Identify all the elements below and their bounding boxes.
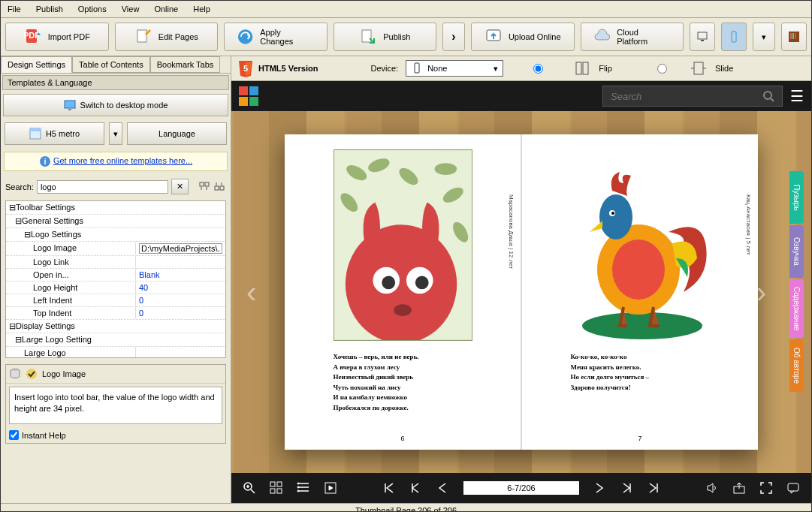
next-page-icon[interactable] — [593, 481, 606, 495]
device-select[interactable]: None ▾ — [406, 60, 503, 77]
tree-logo-settings[interactable]: ⊟Logo Settings — [6, 228, 225, 241]
slide-label: Slide — [715, 64, 733, 73]
clear-search-button[interactable]: ✕ — [171, 179, 189, 194]
settings-tree[interactable]: ⊟Toolbar Settings ⊟General Settings ⊟Log… — [5, 200, 226, 358]
menu-publish[interactable]: Publish — [33, 3, 66, 15]
svg-text:i: i — [44, 157, 46, 166]
left-page: Марасанова Даша | 12 лет Хочешь – верь, … — [285, 134, 521, 450]
tree-logo-image[interactable]: Logo Image — [6, 242, 135, 255]
right-page-caption: Кац Анастасия | 5 лет — [745, 194, 752, 255]
side-tab-2[interactable]: Содержание — [789, 279, 804, 338]
viewer-search[interactable] — [602, 86, 783, 107]
logo-image-input[interactable] — [139, 243, 222, 254]
expand-all-icon[interactable] — [199, 181, 211, 193]
mobile-view-button[interactable] — [721, 23, 747, 51]
publish-button[interactable]: Publish — [334, 23, 437, 51]
menu-file[interactable]: File — [5, 3, 24, 15]
fullscreen-icon[interactable] — [759, 481, 773, 495]
template-dropdown-button[interactable]: ▾ — [109, 122, 122, 145]
svg-rect-61 — [788, 483, 798, 491]
prev-page-icon[interactable] — [436, 481, 450, 495]
left-page-poem: Хочешь – верь, или не верь. А вчера в гл… — [334, 352, 472, 413]
upload-online-button[interactable]: Upload Online — [471, 23, 575, 51]
tree-logo-height[interactable]: Logo Height — [6, 282, 135, 294]
collapse-all-icon[interactable] — [214, 181, 226, 193]
search-input[interactable] — [37, 180, 168, 194]
help-body: Insert logo into tool bar, the value of … — [9, 387, 222, 424]
page-input[interactable] — [463, 481, 579, 495]
side-tab-1[interactable]: Озвучка — [789, 225, 804, 278]
svg-rect-11 — [792, 33, 794, 39]
slide-radio[interactable] — [657, 64, 667, 74]
svg-point-39 — [345, 224, 456, 341]
language-button[interactable]: Language — [127, 122, 227, 145]
preview-toolbar: 5 HTML5 Version Device: None ▾ Flip Slid… — [231, 56, 811, 81]
first-page-icon[interactable] — [382, 481, 396, 495]
zoom-icon[interactable] — [243, 481, 256, 495]
menu-options[interactable]: Options — [75, 3, 110, 15]
tree-general-settings[interactable]: ⊟General Settings — [6, 215, 225, 227]
tree-open-in[interactable]: Open in... — [6, 269, 135, 281]
thumbnails-icon[interactable] — [270, 481, 283, 495]
side-tabs: Пузырь Озвучка Содержание Об авторе — [789, 171, 804, 392]
comment-icon[interactable] — [786, 481, 800, 495]
pdf-icon: PDF — [24, 28, 42, 46]
templates-language-header: Templates & Language — [2, 75, 229, 90]
svg-rect-8 — [732, 32, 736, 42]
tree-display-settings[interactable]: ⊟Display Settings — [6, 320, 225, 333]
flip-radio[interactable] — [533, 64, 543, 74]
menu-bar: File Publish Options View Online Help — [1, 1, 811, 18]
left-indent-value[interactable]: 0 — [135, 294, 225, 306]
switch-desktop-button[interactable]: Switch to desktop mode — [3, 94, 228, 116]
menu-help[interactable]: Help — [190, 3, 213, 15]
autoplay-icon[interactable] — [324, 481, 337, 495]
hamburger-menu[interactable]: ☰ — [790, 87, 804, 105]
book-spread: Марасанова Даша | 12 лет Хочешь – верь, … — [285, 134, 758, 450]
tree-top-indent[interactable]: Top Indent — [6, 307, 135, 319]
tree-logo-link[interactable]: Logo Link — [6, 256, 135, 268]
tab-bookmark-tabs[interactable]: Bookmark Tabs — [150, 56, 221, 73]
cloud-platform-button[interactable]: Cloud Platform — [581, 23, 684, 51]
viewer-search-input[interactable] — [611, 91, 762, 102]
menu-view[interactable]: View — [119, 3, 143, 15]
prev-page-arrow[interactable]: ‹ — [246, 276, 256, 309]
top-indent-value[interactable]: 0 — [135, 307, 225, 319]
logo-height-value[interactable]: 40 — [135, 282, 225, 294]
desktop-view-button[interactable] — [690, 23, 715, 51]
apply-changes-label: Apply Changes — [260, 28, 314, 46]
toc-icon[interactable] — [297, 481, 310, 495]
tree-large-logo-setting[interactable]: ⊟Large Logo Setting — [6, 333, 225, 346]
dropdown-button[interactable]: ▾ — [753, 23, 775, 51]
edit-pages-button[interactable]: Edit Pages — [115, 23, 219, 51]
tree-toolbar-settings[interactable]: ⊟Toolbar Settings — [6, 201, 225, 214]
prev-spread-icon[interactable] — [409, 481, 423, 495]
help-panel: Logo Image Insert logo into tool bar, th… — [5, 364, 226, 444]
open-in-value[interactable]: Blank — [135, 269, 225, 281]
mobile-icon — [728, 31, 740, 43]
template-select-button[interactable]: H5 metro — [5, 122, 104, 145]
menu-online[interactable]: Online — [151, 3, 181, 15]
tree-large-logo[interactable]: Large Logo — [6, 347, 135, 358]
search-icon — [762, 90, 774, 102]
next-page-arrow[interactable]: › — [756, 276, 766, 309]
tree-left-indent[interactable]: Left Indent — [6, 294, 135, 306]
svg-point-56 — [297, 483, 299, 484]
right-page-number: 7 — [638, 435, 641, 442]
side-tab-3[interactable]: Об авторе — [789, 339, 804, 392]
edit-pages-label: Edit Pages — [158, 32, 198, 41]
side-tab-0[interactable]: Пузырь — [789, 171, 804, 224]
import-pdf-button[interactable]: PDF Import PDF — [5, 23, 109, 51]
bookshelf-button[interactable] — [781, 23, 807, 51]
next-button[interactable]: › — [442, 23, 465, 51]
share-icon[interactable] — [732, 481, 746, 495]
apply-changes-button[interactable]: Apply Changes — [224, 23, 328, 51]
next-spread-icon[interactable] — [620, 481, 633, 495]
sound-icon[interactable] — [705, 481, 719, 495]
instant-help-checkbox[interactable] — [9, 430, 19, 440]
last-page-icon[interactable] — [647, 481, 660, 495]
svg-rect-2 — [137, 30, 146, 42]
get-templates-link[interactable]: Get more free online templates here... — [53, 156, 192, 165]
tab-table-of-contents[interactable]: Table of Contents — [72, 56, 150, 73]
tab-design-settings[interactable]: Design Settings — [1, 56, 72, 73]
svg-rect-20 — [205, 182, 209, 186]
